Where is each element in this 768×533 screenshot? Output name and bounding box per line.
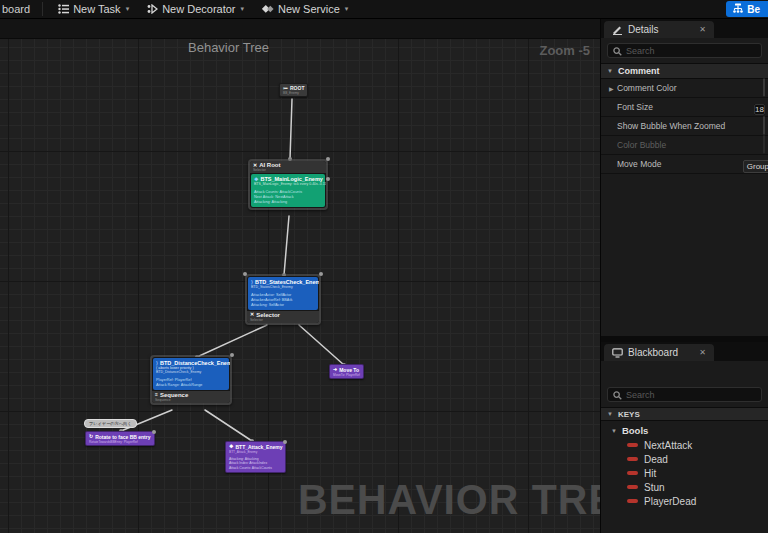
node-pin	[152, 430, 156, 434]
sequence-icon: ≡	[155, 392, 158, 397]
bool-key-icon	[627, 457, 638, 461]
decorator-line: Attack Range: AttackRange	[156, 383, 226, 388]
new-service-button[interactable]: New Service ▾	[253, 0, 357, 18]
new-decorator-icon	[147, 4, 158, 14]
details-searchbox[interactable]	[607, 43, 762, 58]
rotate-title: Rotate to face BB entry	[95, 434, 150, 440]
search-icon	[613, 386, 622, 404]
root-node-subtitle: BB_Enemy	[283, 91, 304, 95]
decorator-subtitle: BTD_StatesCheck_Enemy	[251, 285, 315, 289]
blackboard-key-playerdead[interactable]: PlayerDead	[601, 494, 768, 508]
details-tab-label: Details	[628, 24, 659, 35]
blackboard-key-stun[interactable]: Stun	[601, 480, 768, 494]
decorator-icon: ⟩	[251, 280, 253, 285]
bool-key-icon	[627, 443, 638, 447]
node-rotate-to-face-bb-entry[interactable]: ↻ Rotate to face BB entry RotateTowardsB…	[85, 431, 155, 446]
category-comment-label: Comment	[618, 66, 660, 76]
selector-icon: ✕	[253, 163, 257, 168]
chevron-down-icon: ▼	[611, 428, 617, 434]
toolbar-separator	[42, 2, 43, 16]
decorator-states-check[interactable]: ⟩ BTD_StatesCheck_Enemy BTD_StatesCheck_…	[248, 277, 318, 310]
comment-color-swatch[interactable]	[763, 78, 765, 97]
node-move-to[interactable]: ➜ Move To MoveTo: PlayerRef	[329, 364, 364, 379]
bool-key-icon	[627, 485, 638, 489]
key-name: PlayerDead	[644, 496, 696, 507]
task-icon: ❖	[229, 444, 233, 449]
category-comment[interactable]: ▼ Comment	[601, 63, 768, 79]
close-icon[interactable]: ✕	[699, 348, 706, 357]
expander-icon[interactable]: ▶	[609, 85, 617, 92]
font-size-input[interactable]: 18	[754, 104, 765, 115]
blackboard-key-hit[interactable]: Hit	[601, 466, 768, 480]
chevron-down-icon: ▾	[241, 5, 245, 13]
blackboard-search-input[interactable]	[626, 390, 756, 400]
comment-bubble[interactable]: プレイヤーの方へ向く	[84, 419, 137, 428]
new-task-label: New Task	[73, 3, 120, 15]
key-name: Stun	[644, 482, 665, 493]
attack-subtitle: BTT_Attack_Enemy	[229, 450, 282, 454]
behavior-tree-graph-canvas[interactable]: Behavior Tree Zoom -5 BEHAVIOR TREE ≔ RO…	[0, 19, 600, 533]
node-pin	[283, 440, 287, 444]
node-root[interactable]: ≔ ROOT BB_Enemy	[279, 83, 308, 97]
ai-root-subtitle: Selector	[253, 168, 323, 172]
blackboard-key-nextattack[interactable]: NextAttack	[601, 438, 768, 452]
node-ai-root[interactable]: ✕ AI Root Selector ❖ BTS_MainLogic_Enemy…	[248, 159, 328, 210]
blackboard-toolbar-space	[601, 361, 768, 382]
node-pin	[326, 177, 330, 181]
comment-color-label: Comment Color	[617, 83, 677, 93]
service-bts-mainlogic[interactable]: ❖ BTS_MainLogic_Enemy BTS_MainLogic_Enem…	[251, 174, 325, 207]
blackboard-tab-label: Blackboard	[628, 347, 678, 358]
sequence-subtitle: Sequence	[155, 398, 227, 402]
new-task-button[interactable]: New Task ▾	[49, 0, 138, 18]
new-service-label: New Service	[278, 3, 340, 15]
tab-details[interactable]: Details ✕	[604, 21, 714, 38]
selector-icon: ✕	[250, 312, 254, 317]
node-states-check-selector[interactable]: ⟩ BTD_StatesCheck_Enemy BTD_StatesCheck_…	[245, 274, 321, 325]
blackboard-key-dead[interactable]: Dead	[601, 452, 768, 466]
service-line: Attacking: Attacking	[254, 200, 322, 205]
details-search-input[interactable]	[626, 46, 756, 56]
right-panel: Details ✕ ▼ Comment ▶ Comment Color	[600, 19, 768, 533]
blackboard-searchbox[interactable]	[607, 387, 762, 402]
behavior-tree-mode-button[interactable]: Be	[726, 1, 768, 17]
behavior-tree-editor: board New Task ▾ New Decorator ▾	[0, 0, 768, 533]
behavior-tree-icon	[733, 3, 743, 16]
chevron-down-icon: ▼	[607, 411, 613, 417]
move-to-icon: ➜	[333, 367, 337, 372]
decorator-line: Attacking: SelfActor	[251, 303, 315, 308]
key-name: Dead	[644, 454, 668, 465]
close-icon[interactable]: ✕	[699, 25, 706, 34]
property-row-font-size: Font Size 18	[601, 98, 768, 117]
node-pin	[243, 272, 247, 276]
service-icon: ❖	[254, 177, 258, 182]
move-mode-select[interactable]: Group	[743, 160, 768, 173]
property-row-comment-color: ▶ Comment Color	[601, 79, 768, 98]
node-distance-check-sequence[interactable]: ⟩ BTD_DistanceCheck_Enemy ( aborts lower…	[150, 355, 232, 405]
rotate-icon: ↻	[89, 434, 93, 439]
search-icon	[613, 42, 622, 60]
attack-title: BTT_Attack_Enemy	[235, 444, 282, 450]
node-btt-attack-enemy[interactable]: ❖ BTT_Attack_Enemy BTT_Attack_Enemy Atta…	[225, 441, 286, 473]
tab-blackboard[interactable]: Blackboard ✕	[604, 344, 714, 361]
service-subtitle: BTS_MainLogic_Enemy: tick every 0.40s..0…	[254, 182, 322, 186]
chevron-down-icon: ▾	[345, 5, 349, 13]
new-decorator-button[interactable]: New Decorator ▾	[138, 0, 253, 18]
blackboard-search-row	[601, 382, 768, 407]
decorator-distance-check[interactable]: ⟩ BTD_DistanceCheck_Enemy ( aborts lower…	[153, 358, 229, 390]
blackboard-toolbar-button-partial[interactable]: board	[0, 3, 36, 15]
move-to-subtitle: MoveTo: PlayerRef	[333, 373, 360, 377]
move-mode-label: Move Mode	[617, 159, 661, 169]
node-pin	[326, 157, 330, 161]
keys-header[interactable]: ▼ KEYS	[601, 407, 768, 421]
property-row-move-mode: Move Mode Group	[601, 155, 768, 174]
bools-group[interactable]: ▼ Bools	[601, 421, 768, 438]
graph-watermark: BEHAVIOR TREE	[298, 475, 600, 524]
show-bubble-checkbox[interactable]	[763, 116, 765, 135]
show-bubble-when-zoomed-label: Show Bubble When Zoomed	[617, 121, 725, 131]
selector-subtitle: Selector	[250, 318, 316, 322]
keys-header-label: KEYS	[618, 410, 640, 419]
behavior-tree-mode-label: Be	[747, 4, 760, 15]
decorator-subtitle: BTD_DistanceCheck_Enemy	[156, 370, 226, 374]
property-row-color-bubble: Color Bubble	[601, 136, 768, 155]
zoom-level-indicator: Zoom -5	[539, 43, 590, 58]
